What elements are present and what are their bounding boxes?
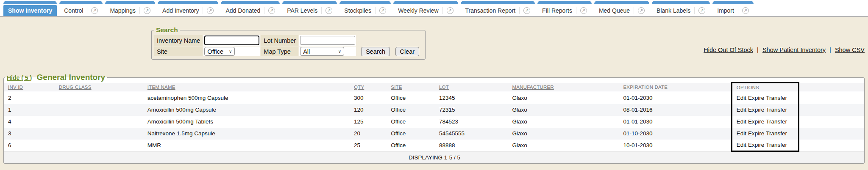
transfer-link[interactable]: Transfer — [766, 130, 787, 137]
column-header-lot[interactable]: LOT — [435, 83, 508, 92]
tab-accent-strip — [652, 1, 710, 4]
transfer-link[interactable]: Transfer — [766, 107, 787, 113]
tab-accent-strip — [339, 1, 391, 4]
column-header-item-name[interactable]: ITEM NAME — [143, 83, 350, 92]
cell-expiration-date: 10-01-2030 — [619, 140, 732, 151]
cell-spacer — [799, 140, 864, 151]
tab-control[interactable]: Control ↗ — [59, 1, 103, 16]
transfer-link[interactable]: Transfer — [766, 142, 787, 148]
map-type-select[interactable]: All∨ — [300, 47, 344, 56]
edit-link[interactable]: Edit — [737, 107, 746, 113]
search-panel: Search Inventory Name Lot Number Site Of… — [151, 26, 426, 60]
site-label: Site — [154, 47, 203, 56]
tab-accent-strip — [59, 1, 103, 4]
external-link-icon[interactable]: ↗ — [264, 7, 275, 14]
cell-manufacturer: Glaxo — [508, 128, 619, 140]
cell-expiration-date: 01-01-2030 — [619, 92, 732, 104]
clear-button[interactable]: Clear — [395, 47, 420, 56]
edit-link[interactable]: Edit — [737, 130, 746, 137]
tab-accent-strip — [537, 1, 592, 4]
tab-mappings[interactable]: Mappings ↗ — [105, 1, 155, 16]
external-link-icon[interactable]: ↗ — [375, 7, 386, 14]
cell-spacer — [799, 128, 864, 140]
external-link-icon[interactable]: ↗ — [519, 7, 530, 14]
text-caret — [207, 38, 207, 43]
search-panel-legend: Search — [154, 26, 180, 34]
view-links: Hide Out Of Stock | Show Patient Invento… — [704, 47, 865, 53]
tab-fill-reports[interactable]: Fill Reports ↗ — [537, 1, 592, 16]
tab-label: Control — [64, 7, 83, 14]
cell-drug-class — [55, 128, 143, 140]
cell-inv-id: 2 — [4, 92, 55, 104]
cell-drug-class — [55, 116, 143, 128]
expire-link[interactable]: Expire — [748, 107, 764, 113]
expire-link[interactable]: Expire — [748, 130, 764, 137]
cell-site: Office — [387, 140, 435, 151]
cell-options: EditExpireTransfer — [732, 116, 798, 128]
table-row: 2 acetaminophen 500mg Capsule 300 Office… — [4, 92, 864, 104]
column-header-inv-id[interactable]: INV ID — [4, 83, 55, 92]
external-link-icon[interactable]: ↗ — [738, 7, 749, 14]
external-link-icon[interactable]: ↗ — [203, 7, 214, 14]
cell-lot: 72315 — [435, 104, 508, 116]
tab-label: Show Inventory — [8, 7, 52, 14]
show-patient-inventory-link[interactable]: Show Patient Inventory — [762, 47, 826, 53]
table-header-row: INV ID DRUG CLASS ITEM NAME QTY SITE LOT… — [4, 83, 864, 92]
lot-number-input[interactable] — [300, 36, 355, 45]
column-header-manufacturer[interactable]: MANUFACTURER — [508, 83, 619, 92]
edit-link[interactable]: Edit — [737, 142, 746, 148]
tab-stockpiles[interactable]: Stockpiles ↗ — [339, 1, 391, 16]
tab-par-levels[interactable]: PAR Levels ↗ — [282, 1, 337, 16]
cell-qty: 25 — [350, 140, 387, 151]
tab-transaction-report[interactable]: Transaction Report ↗ — [461, 1, 535, 16]
search-button[interactable]: Search — [361, 47, 390, 56]
column-header-qty[interactable]: QTY — [350, 83, 387, 92]
cell-item-name: acetaminophen 500mg Capsule — [143, 92, 350, 104]
tab-med-queue[interactable]: Med Queue ↗ — [594, 1, 649, 16]
external-link-icon[interactable]: ↗ — [694, 7, 705, 14]
external-link-icon[interactable]: ↗ — [139, 7, 150, 14]
external-link-icon[interactable]: ↗ — [321, 7, 332, 14]
edit-link[interactable]: Edit — [737, 95, 746, 101]
tab-add-donated[interactable]: Add Donated ↗ — [221, 1, 280, 16]
show-csv-link[interactable]: Show CSV — [835, 47, 865, 53]
expire-link[interactable]: Expire — [748, 118, 764, 125]
external-link-icon[interactable]: ↗ — [576, 7, 587, 14]
tab-label: Med Queue — [599, 7, 630, 14]
cell-site: Office — [387, 116, 435, 128]
cell-item-name: Amoxicillin 500mg Capsule — [143, 104, 350, 116]
cell-qty: 120 — [350, 104, 387, 116]
tab-accent-strip — [461, 1, 535, 4]
tab-accent-strip — [105, 1, 155, 4]
column-header-drug-class[interactable]: DRUG CLASS — [55, 83, 143, 92]
column-header-expiration-date: EXPIRATION DATE — [619, 83, 732, 92]
edit-link[interactable]: Edit — [737, 118, 746, 125]
column-header-site[interactable]: SITE — [387, 83, 435, 92]
hide-out-of-stock-link[interactable]: Hide Out Of Stock — [704, 47, 753, 53]
cell-item-name: Amoxicillin 500mg Tablets — [143, 116, 350, 128]
site-select[interactable]: Office∨ — [204, 47, 235, 56]
external-link-icon[interactable]: ↗ — [87, 7, 98, 14]
tab-blank-labels[interactable]: Blank Labels ↗ — [652, 1, 710, 16]
tab-label: Add Donated — [225, 7, 260, 14]
tab-import[interactable]: Import ↗ — [712, 1, 754, 16]
tab-add-inventory[interactable]: Add Inventory ↗ — [158, 1, 218, 16]
expire-link[interactable]: Expire — [748, 142, 764, 148]
transfer-link[interactable]: Transfer — [766, 118, 787, 125]
table-row: 6 MMR 25 Office 88888 Glaxo 10-01-2030 E… — [4, 140, 864, 151]
external-link-icon[interactable]: ↗ — [634, 7, 645, 14]
expire-link[interactable]: Expire — [748, 95, 764, 101]
external-link-icon[interactable]: ↗ — [442, 7, 453, 14]
link-separator: | — [757, 47, 759, 53]
inventory-name-input[interactable] — [204, 36, 259, 45]
cell-drug-class — [55, 92, 143, 104]
tab-show-inventory[interactable]: Show Inventory — [3, 1, 57, 16]
hide-section-link[interactable]: Hide ( 5 ) — [7, 74, 32, 81]
transfer-link[interactable]: Transfer — [766, 95, 787, 101]
cell-inv-id: 4 — [4, 116, 55, 128]
inventory-table: INV ID DRUG CLASS ITEM NAME QTY SITE LOT… — [4, 82, 864, 163]
tab-label: Weekly Review — [398, 7, 438, 14]
tab-weekly-review[interactable]: Weekly Review ↗ — [393, 1, 458, 16]
cell-qty: 20 — [350, 128, 387, 140]
tab-accent-strip — [221, 1, 280, 4]
